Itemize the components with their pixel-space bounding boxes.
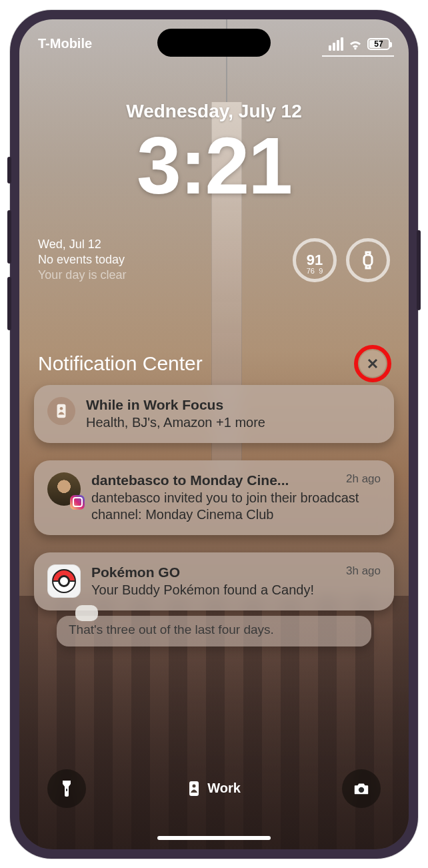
weather-low: 76: [307, 267, 315, 275]
calendar-widget[interactable]: Wed, Jul 12 No events today Your day is …: [38, 237, 126, 284]
focus-label: Work: [207, 781, 241, 796]
focus-badge-icon: [47, 397, 75, 425]
svg-rect-0: [364, 255, 372, 266]
work-focus-icon: [187, 780, 201, 797]
focus-indicator[interactable]: Work: [174, 773, 254, 804]
status-underline: [322, 55, 394, 57]
notification-title: While in Work Focus: [86, 397, 381, 413]
notification-title: Pokémon GO: [91, 564, 180, 580]
notification-time: 3h ago: [346, 564, 381, 580]
wifi-icon: [347, 38, 363, 50]
flashlight-button[interactable]: [47, 769, 86, 808]
notification-time: 2h ago: [346, 472, 381, 488]
camera-icon: [353, 779, 370, 799]
mute-switch[interactable]: [7, 157, 11, 183]
camera-button[interactable]: [342, 769, 381, 808]
sender-avatar: [47, 472, 81, 506]
home-indicator[interactable]: [157, 836, 271, 840]
carrier-label: T-Mobile: [38, 36, 92, 51]
lock-time: 3:21: [19, 119, 409, 211]
lock-widgets: Wed, Jul 12 No events today Your day is …: [38, 237, 390, 284]
calendar-line3: Your day is clear: [38, 268, 126, 283]
volume-down-button[interactable]: [7, 277, 11, 330]
lock-dock: Work: [19, 769, 409, 808]
battery-percent: 57: [374, 39, 383, 49]
peek-app-icon: [75, 605, 98, 621]
notification-card[interactable]: dantebasco to Monday Cine... 2h ago dant…: [34, 460, 394, 535]
notification-card[interactable]: Pokémon GO 3h ago Your Buddy Pokémon fou…: [34, 552, 394, 610]
svg-rect-3: [66, 789, 67, 791]
status-bar: T-Mobile 57: [19, 34, 409, 54]
close-icon: [367, 358, 379, 370]
notification-body: That's three out of the last four days.: [69, 622, 274, 636]
volume-up-button[interactable]: [7, 210, 11, 264]
svg-point-2: [60, 407, 63, 410]
calendar-date: Wed, Jul 12: [38, 237, 126, 252]
flashlight-icon: [58, 779, 75, 799]
notification-center-title: Notification Center: [38, 352, 203, 375]
watch-icon: [360, 251, 376, 270]
phone-frame: T-Mobile 57 Wednesday, July 12 3:21 Wed,…: [10, 10, 418, 859]
svg-rect-1: [57, 404, 66, 417]
watch-widget[interactable]: [346, 238, 390, 282]
notification-body: Your Buddy Pokémon found a Candy!: [91, 582, 381, 598]
instagram-icon: [70, 495, 85, 510]
notification-stack: While in Work Focus Health, BJ's, Amazon…: [34, 385, 394, 641]
calendar-line2: No events today: [38, 252, 126, 268]
svg-point-5: [193, 784, 196, 787]
lock-screen[interactable]: T-Mobile 57 Wednesday, July 12 3:21 Wed,…: [19, 19, 409, 849]
pokeball-icon: [52, 569, 76, 593]
weather-high: 9: [319, 267, 323, 275]
battery-indicator: 57: [367, 38, 390, 50]
notification-title: dantebasco to Monday Cine...: [91, 472, 289, 488]
clear-all-button[interactable]: [359, 350, 386, 377]
power-button[interactable]: [417, 230, 421, 310]
svg-rect-4: [189, 781, 199, 796]
focus-summary-card[interactable]: While in Work Focus Health, BJ's, Amazon…: [34, 385, 394, 443]
notification-body: dantebasco invited you to join their bro…: [91, 490, 381, 523]
app-icon-pokemon-go: [47, 564, 81, 598]
cellular-signal-icon: [329, 37, 343, 51]
stacked-notification-peek[interactable]: That's three out of the last four days.: [57, 616, 371, 646]
svg-point-6: [359, 787, 364, 792]
weather-widget[interactable]: 91 76 9: [293, 238, 337, 282]
notification-body: Health, BJ's, Amazon +1 more: [86, 414, 381, 431]
